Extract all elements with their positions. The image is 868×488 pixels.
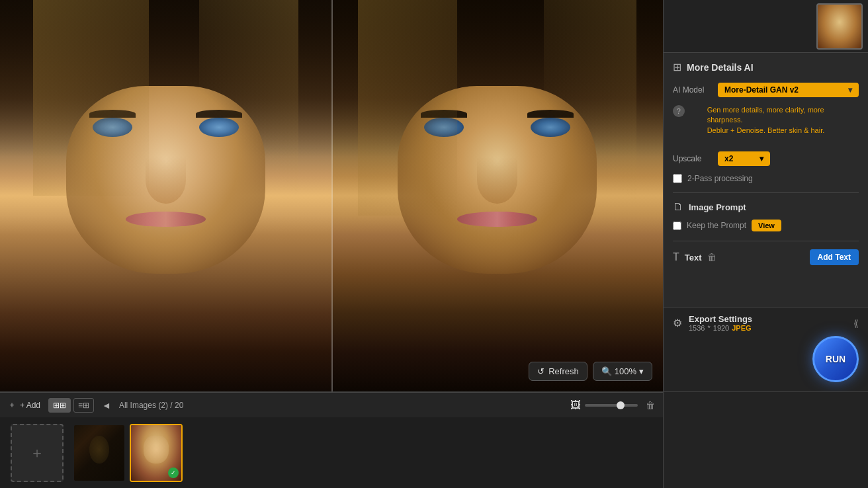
add-button[interactable]: ＋ + Add — [8, 399, 40, 411]
more-details-section-header: ⊞ More Details AI — [673, 61, 859, 73]
panel-content: ⊞ More Details AI AI Model More-Detail G… — [664, 53, 868, 307]
run-button-area: RUN — [664, 339, 868, 391]
image-comparison-area: ↺ Refresh 🔍 100% ▾ — [0, 0, 663, 391]
preview-thumbnail — [816, 3, 863, 50]
two-pass-checkbox[interactable] — [673, 174, 682, 183]
more-details-icon: ⊞ — [673, 61, 681, 73]
add-text-button[interactable]: Add Text — [810, 249, 859, 265]
right-sidebar: ⊞ More Details AI AI Model More-Detail G… — [663, 0, 868, 391]
add-label: + Add — [20, 401, 40, 410]
ai-model-hint-text: Gen more details, more clarity, more sha… — [707, 105, 859, 136]
keep-prompt-label: Keep the Prompt — [687, 221, 746, 230]
upscale-chevron-icon: ▾ — [760, 154, 763, 163]
filmstrip-area: ＋ + Add ⊞⊞ ≡⊞ ◄ All Images (2) / 20 🖼 — [0, 391, 663, 488]
ai-model-value: More-Detail GAN v2 — [724, 85, 799, 95]
upscale-label: Upscale — [673, 154, 713, 163]
refresh-label: Refresh — [548, 366, 579, 376]
image-toolbar: ↺ Refresh 🔍 100% ▾ — [529, 362, 652, 381]
size-slider: 🖼 — [570, 399, 638, 411]
image-prompt-header: 🗋 Image Prompt — [673, 201, 859, 213]
two-pass-row: 2-Pass processing — [673, 174, 859, 183]
export-format: JPEG — [732, 324, 751, 332]
text-section-icon: T — [673, 251, 679, 263]
original-image-panel — [0, 0, 331, 391]
grid-view-button[interactable]: ⊞⊞ — [48, 398, 71, 413]
thumbnail-1[interactable] — [73, 424, 126, 482]
export-height: 1920 — [713, 324, 729, 332]
nav-back-button[interactable]: ◄ — [102, 400, 111, 411]
export-settings-section: ⚙ Export Settings 1536 * 1920 JPEG ⟪ — [664, 307, 868, 339]
ai-model-dropdown[interactable]: More-Detail GAN v2 ▾ — [718, 83, 859, 97]
images-count: All Images (2) / 20 — [119, 401, 183, 410]
images-total: 20 — [175, 401, 183, 410]
keep-prompt-checkbox[interactable] — [673, 222, 681, 230]
size-slider-track[interactable] — [585, 404, 638, 407]
list-view-button[interactable]: ≡⊞ — [73, 398, 94, 413]
ai-model-label: AI Model — [673, 85, 713, 95]
zoom-level: 100% — [615, 366, 636, 376]
filmstrip-thumbnails: ＋ ✓ — [0, 417, 663, 488]
export-width: 1536 — [689, 324, 705, 332]
view-prompt-button[interactable]: View — [752, 220, 781, 231]
split-divider — [331, 0, 333, 391]
delete-filmstrip-button[interactable]: 🗑 — [646, 400, 655, 411]
text-section-header: T Text 🗑 Add Text — [673, 249, 859, 265]
ai-model-row: AI Model More-Detail GAN v2 ▾ — [673, 83, 859, 97]
refresh-button[interactable]: ↺ Refresh — [529, 362, 587, 381]
add-icon: ＋ — [8, 399, 16, 411]
image-size-icon: 🖼 — [570, 399, 581, 411]
export-expand-button[interactable]: ⟪ — [853, 318, 859, 329]
size-slider-thumb[interactable] — [617, 401, 625, 409]
bottom-area: ＋ + Add ⊞⊞ ≡⊞ ◄ All Images (2) / 20 🖼 — [0, 391, 868, 488]
delete-text-button[interactable]: 🗑 — [707, 252, 716, 263]
thumbnail-2[interactable]: ✓ — [130, 424, 183, 482]
more-details-title: More Details AI — [687, 62, 754, 73]
add-new-image-button[interactable]: ＋ — [11, 424, 64, 482]
view-toggle: ⊞⊞ ≡⊞ — [48, 398, 94, 413]
divider-2 — [673, 241, 859, 241]
ai-model-hint-row: ? Gen more details, more clarity, more s… — [673, 105, 859, 143]
ai-model-chevron-icon: ▾ — [848, 85, 852, 95]
zoom-icon: 🔍 — [601, 366, 612, 376]
image-prompt-icon: 🗋 — [673, 201, 683, 213]
bottom-right-panel — [663, 391, 868, 488]
images-count-text: All Images (2) — [119, 401, 168, 410]
help-icon[interactable]: ? — [673, 105, 685, 117]
export-title: Export Settings — [689, 314, 847, 324]
export-details: 1536 * 1920 JPEG — [689, 324, 847, 332]
upscale-dropdown[interactable]: x2 ▾ — [718, 151, 770, 166]
export-info: Export Settings 1536 * 1920 JPEG — [689, 314, 847, 332]
upscale-value: x2 — [724, 154, 733, 163]
preview-thumbnail-area — [664, 0, 868, 53]
filmstrip-toolbar: ＋ + Add ⊞⊞ ≡⊞ ◄ All Images (2) / 20 🖼 — [0, 392, 663, 417]
refresh-icon: ↺ — [537, 366, 544, 376]
enhanced-image-panel — [331, 0, 663, 391]
text-section-title: Text — [685, 253, 702, 263]
export-settings-icon: ⚙ — [673, 317, 682, 329]
upscale-row: Upscale x2 ▾ — [673, 151, 859, 166]
zoom-chevron-icon: ▾ — [639, 366, 644, 376]
image-prompt-title: Image Prompt — [689, 202, 746, 212]
run-button[interactable]: RUN — [812, 336, 859, 382]
keep-prompt-row: Keep the Prompt View — [673, 220, 859, 231]
divider-1 — [673, 192, 859, 193]
two-pass-label: 2-Pass processing — [687, 174, 753, 183]
selected-check-badge: ✓ — [168, 468, 179, 478]
zoom-button[interactable]: 🔍 100% ▾ — [593, 362, 652, 381]
